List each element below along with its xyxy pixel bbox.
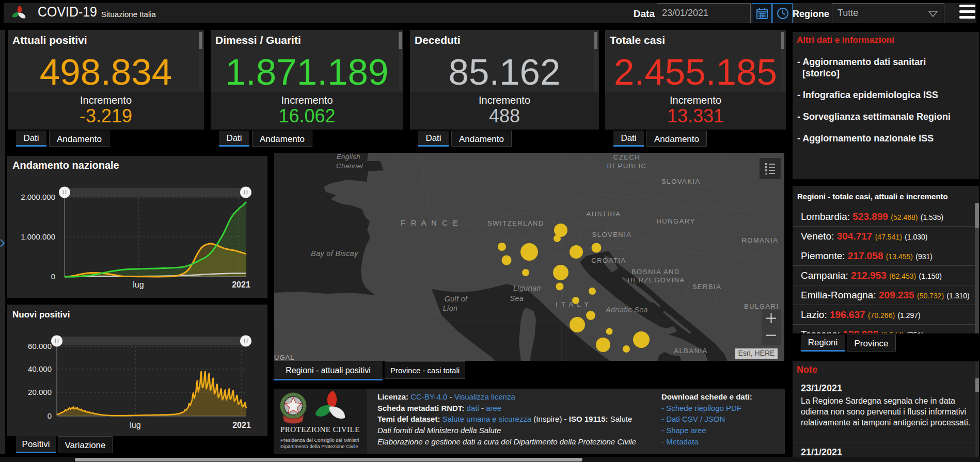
svg-text:SLOVENIA: SLOVENIA	[592, 231, 631, 238]
svg-text:CZECH: CZECH	[613, 153, 640, 161]
svg-text:60.000: 60.000	[28, 342, 52, 351]
svg-text:Bay of Biscay: Bay of Biscay	[311, 249, 358, 258]
svg-text:lug: lug	[133, 280, 144, 289]
svg-text:20.000: 20.000	[28, 388, 52, 396]
svg-text:HERZEGOVINA: HERZEGOVINA	[627, 276, 685, 284]
svg-text:Sea: Sea	[510, 294, 524, 302]
svg-text:BULGARI: BULGARI	[744, 302, 779, 310]
svg-text:SERBIA: SERBIA	[692, 283, 722, 291]
svg-text:AUSTRIA: AUSTRIA	[587, 210, 621, 218]
svg-text:CROATIA: CROATIA	[591, 257, 626, 264]
svg-text:HUNGARY: HUNGARY	[656, 217, 695, 225]
svg-text:Ligurian: Ligurian	[513, 284, 541, 292]
svg-text:ROMANIA: ROMANIA	[741, 236, 778, 244]
svg-text:English: English	[337, 153, 360, 161]
svg-text:40.000: 40.000	[28, 364, 52, 373]
svg-text:UGAL: UGAL	[274, 354, 294, 361]
svg-text:1.000.000: 1.000.000	[21, 232, 55, 241]
svg-text:2021: 2021	[232, 421, 251, 429]
svg-text:lug: lug	[130, 421, 140, 429]
svg-text:ALBANIA: ALBANIA	[674, 347, 707, 355]
svg-text:SWITZERLAND: SWITZERLAND	[487, 219, 544, 227]
svg-text:0: 0	[51, 272, 55, 281]
svg-text:Channel: Channel	[336, 162, 363, 170]
svg-text:Adriatic Sea: Adriatic Sea	[605, 306, 647, 314]
svg-text:2.000.000: 2.000.000	[21, 193, 55, 201]
svg-text:2021: 2021	[232, 280, 250, 289]
svg-text:SLOVAKIA: SLOVAKIA	[661, 178, 700, 185]
svg-text:F R A N C E: F R A N C E	[401, 218, 460, 227]
svg-text:REPUBLIC: REPUBLIC	[607, 162, 646, 170]
svg-text:Lion: Lion	[443, 304, 457, 312]
svg-text:BOSNIA AND: BOSNIA AND	[631, 268, 680, 276]
svg-text:0: 0	[48, 411, 52, 420]
svg-text:Gulf of: Gulf of	[445, 295, 468, 303]
